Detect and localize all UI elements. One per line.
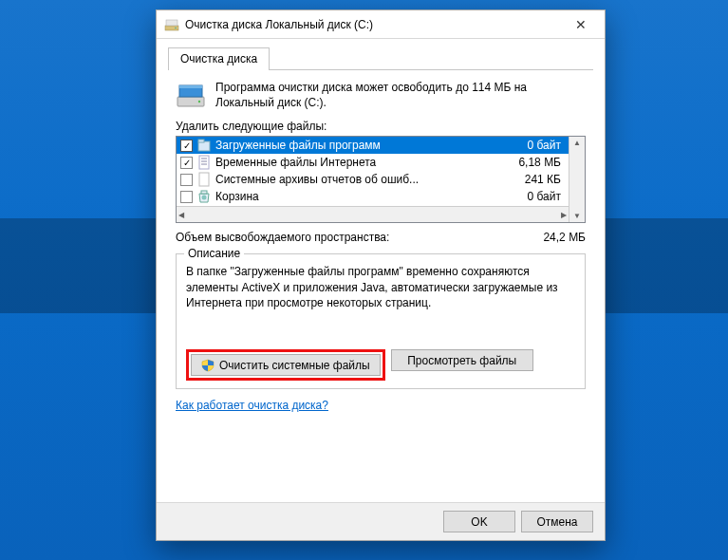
drive-icon: [176, 80, 206, 110]
scroll-left-icon: ◀: [178, 211, 184, 219]
svg-rect-8: [198, 140, 204, 142]
horizontal-scrollbar[interactable]: ◀ ▶: [177, 206, 569, 222]
clean-system-files-label: Очистить системные файлы: [219, 359, 370, 372]
item-name: Временные файлы Интернета: [215, 156, 514, 169]
item-name: Корзина: [215, 190, 524, 203]
close-icon: ✕: [575, 18, 587, 31]
description-text: В папке "Загруженные файлы программ" вре…: [186, 264, 575, 323]
dialog-footer: OK Отмена: [157, 502, 605, 540]
list-item[interactable]: Системные архивы отчетов об ошиб...241 К…: [177, 171, 569, 188]
tab-strip: Очистка диска: [168, 47, 593, 70]
cancel-button[interactable]: Отмена: [521, 511, 593, 532]
file-type-icon: [196, 155, 212, 170]
scroll-up-icon: ▲: [573, 137, 581, 149]
view-files-label: Просмотреть файлы: [407, 354, 516, 367]
clean-system-files-button[interactable]: Очистить системные файлы: [191, 354, 381, 376]
intro-row: Программа очистки диска может освободить…: [176, 80, 586, 110]
close-button[interactable]: ✕: [563, 12, 599, 37]
disk-cleanup-icon: [164, 17, 179, 32]
file-type-icon: [196, 138, 212, 153]
list-item[interactable]: Корзина0 байт: [177, 188, 569, 205]
dialog-body: Очистка диска Программа очистки диска мо…: [157, 39, 605, 502]
item-size: 6,18 МБ: [518, 156, 565, 169]
window-title: Очистка диска Локальный диск (C:): [185, 18, 563, 31]
file-list: ✓Загруженные файлы программ0 байт✓Времен…: [176, 136, 586, 223]
total-label: Объем высвобождаемого пространства:: [176, 231, 543, 244]
tab-content: Программа очистки диска может освободить…: [168, 70, 593, 493]
svg-point-15: [202, 196, 207, 200]
action-row: Очистить системные файлы Просмотреть фай…: [186, 349, 575, 381]
item-name: Загруженные файлы программ: [215, 139, 524, 152]
checkbox[interactable]: [180, 174, 193, 186]
file-type-icon: [196, 172, 212, 187]
description-legend: Описание: [184, 247, 244, 260]
ok-button[interactable]: OK: [443, 511, 515, 532]
list-item[interactable]: ✓Временные файлы Интернета6,18 МБ: [177, 154, 569, 171]
highlight-box: Очистить системные файлы: [186, 349, 385, 381]
svg-point-6: [198, 101, 200, 103]
tab-cleanup[interactable]: Очистка диска: [168, 47, 270, 70]
total-row: Объем высвобождаемого пространства: 24,2…: [176, 231, 586, 244]
svg-rect-9: [199, 156, 209, 169]
scroll-right-icon: ▶: [561, 211, 567, 219]
list-item[interactable]: ✓Загруженные файлы программ0 байт: [177, 137, 569, 154]
intro-text: Программа очистки диска может освободить…: [215, 80, 586, 110]
file-type-icon: [196, 189, 212, 204]
svg-rect-14: [201, 191, 207, 194]
disk-cleanup-dialog: Очистка диска Локальный диск (C:) ✕ Очис…: [156, 9, 606, 541]
svg-rect-5: [179, 85, 202, 88]
how-it-works-link[interactable]: Как работает очистка диска?: [176, 399, 586, 412]
list-label: Удалить следующие файлы:: [176, 120, 586, 133]
checkbox[interactable]: ✓: [180, 157, 193, 169]
svg-rect-1: [166, 20, 177, 26]
svg-rect-13: [199, 173, 209, 186]
checkbox[interactable]: ✓: [180, 140, 193, 152]
total-value: 24,2 МБ: [543, 231, 586, 244]
item-size: 0 байт: [528, 139, 565, 152]
titlebar: Очистка диска Локальный диск (C:) ✕: [157, 10, 605, 39]
scroll-down-icon: ▼: [573, 210, 581, 222]
uac-shield-icon: [201, 359, 215, 372]
vertical-scrollbar[interactable]: ▲ ▼: [569, 137, 585, 222]
description-group: Описание В папке "Загруженные файлы прог…: [176, 253, 586, 389]
item-name: Системные архивы отчетов об ошиб...: [215, 173, 521, 186]
svg-rect-0: [165, 26, 178, 30]
svg-point-2: [175, 27, 177, 28]
view-files-button[interactable]: Просмотреть файлы: [391, 349, 533, 371]
item-size: 0 байт: [528, 190, 565, 203]
checkbox[interactable]: [180, 191, 193, 203]
item-size: 241 КБ: [525, 173, 565, 186]
